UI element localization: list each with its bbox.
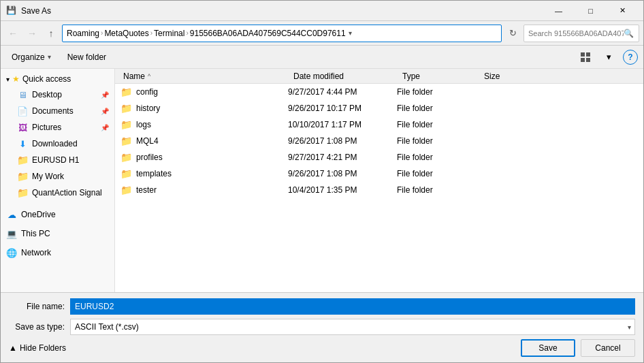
view-button[interactable] [577,48,594,66]
table-row[interactable]: 📁 logs 10/10/2017 1:17 PM File folder [115,116,643,133]
path-segment-3: Terminal › [154,29,190,38]
organize-dropdown-icon: ▾ [48,53,51,61]
up-button[interactable]: ↑ [43,25,59,42]
col-name-header[interactable]: Name ^ [118,69,288,83]
folder-icon: 📁 [120,119,132,130]
folder-icon: 📁 [120,86,132,97]
sidebar-item-pictures[interactable]: 🖼 Pictures 📌 [1,119,114,136]
pictures-pin-icon: 📌 [101,124,109,131]
folder-icon: 📁 [120,152,132,163]
quick-access-label: Quick access [22,74,71,84]
refresh-button[interactable]: ↻ [504,25,521,42]
file-date-cell: 10/10/2017 1:17 PM [288,120,397,129]
file-name-cell: 📁 logs [118,119,288,130]
window-title: Save As [21,6,543,16]
file-name-cell: 📁 tester [118,185,288,195]
sidebar-item-desktop[interactable]: 🖥 Desktop 📌 [1,86,114,103]
file-area: Name ^ Date modified Type Size 📁 config [115,69,643,292]
col-size-header[interactable]: Size [479,69,533,83]
sidebar-item-thispc[interactable]: 💻 This PC [1,225,114,242]
forward-button[interactable]: → [24,25,40,42]
table-row[interactable]: 📁 history 9/26/2017 10:17 PM File folder [115,100,643,116]
path-arrow-3: › [186,29,188,37]
address-path[interactable]: Roaming › MetaQuotes › Terminal › 915566… [62,25,502,42]
sort-arrow: ^ [148,73,150,80]
sidebar-item-network[interactable]: 🌐 Network [1,244,114,261]
file-name-cell: 📁 profiles [118,152,288,163]
organize-label: Organize [12,52,45,62]
col-type-label: Type [402,72,420,81]
sidebar-item-onedrive[interactable]: ☁ OneDrive [1,206,114,223]
col-date-header[interactable]: Date modified [288,69,397,83]
minimize-button[interactable]: — [543,1,574,21]
sidebar-label-quantaction: QuantAction Signal [32,188,102,198]
sidebar-item-quantaction[interactable]: 📁 QuantAction Signal [1,185,114,201]
organize-button[interactable]: Organize ▾ [6,48,57,66]
window-icon: 💾 [6,5,17,16]
filename-input[interactable] [70,298,635,315]
documents-icon: 📄 [17,106,28,116]
path-arrow-1: › [101,29,103,37]
table-row[interactable]: 📁 templates 9/26/2017 1:08 PM File folde… [115,165,643,182]
quick-access-header[interactable]: ▾ ★ Quick access [1,72,114,86]
sidebar-label-thispc: This PC [21,229,50,238]
col-name-label: Name [123,72,145,81]
file-type-cell: File folder [397,153,479,162]
hide-folders-label: Hide Folders [20,343,66,353]
search-icon: 🔍 [624,29,634,38]
sidebar-label-pictures: Pictures [32,123,61,132]
svg-rect-3 [586,58,590,62]
path-segment-4: 915566BA06ADA407569C544CC0D97611 [190,29,346,38]
close-button[interactable]: ✕ [607,1,638,21]
cancel-button[interactable]: Cancel [581,339,635,357]
sidebar-label-downloaded: Downloaded [32,139,78,148]
address-bar: ← → ↑ Roaming › MetaQuotes › Terminal › … [1,21,643,46]
savetype-container: ASCII Text (*.csv) ▾ [70,319,635,335]
downloaded-icon: ⬇ [17,138,28,149]
search-input[interactable] [528,29,624,37]
table-row[interactable]: 📁 tester 10/4/2017 1:35 PM File folder [115,182,643,198]
quantaction-folder-icon: 📁 [17,187,28,198]
file-name-cell: 📁 history [118,103,288,114]
col-type-header[interactable]: Type [397,69,479,83]
desktop-pin-icon: 📌 [101,91,109,99]
help-button[interactable]: ? [623,50,638,65]
view-dropdown-button[interactable]: ▾ [600,48,617,66]
table-row[interactable]: 📁 MQL4 9/26/2017 1:08 PM File folder [115,133,643,149]
file-type-cell: File folder [397,120,479,129]
table-row[interactable]: 📁 config 9/27/2017 4:44 PM File folder [115,84,643,100]
action-buttons: Save Cancel [521,339,635,357]
table-row[interactable]: 📁 profiles 9/27/2017 4:21 PM File folder [115,149,643,165]
path-segment-2: MetaQuotes › [104,29,154,38]
path-label-3: Terminal [154,29,184,38]
hide-folders-link[interactable]: ▲ Hide Folders [9,343,66,353]
thispc-icon: 💻 [6,228,17,239]
sidebar-item-documents[interactable]: 📄 Documents 📌 [1,103,114,119]
new-folder-button[interactable]: New folder [62,48,112,66]
svg-rect-1 [586,52,590,57]
filename-row: File name: [9,298,635,315]
file-name-text: config [136,87,158,97]
file-date-cell: 9/26/2017 1:08 PM [288,169,397,178]
onedrive-icon: ☁ [6,209,17,220]
save-as-dialog: 💾 Save As — □ ✕ ← → ↑ Roaming › MetaQuot… [0,0,644,363]
desktop-icon: 🖥 [17,89,28,100]
savetype-select[interactable]: ASCII Text (*.csv) [70,319,635,335]
file-type-cell: File folder [397,169,479,178]
back-button[interactable]: ← [5,25,21,42]
search-box: 🔍 [524,25,639,42]
network-icon: 🌐 [6,247,17,258]
save-button[interactable]: Save [521,339,575,357]
sidebar-item-downloaded[interactable]: ⬇ Downloaded [1,136,114,152]
maximize-button[interactable]: □ [575,1,606,21]
col-size-label: Size [484,72,500,81]
file-name-text: MQL4 [136,136,159,146]
sidebar-item-mywork[interactable]: 📁 My Work [1,168,114,185]
sidebar-label-onedrive: OneDrive [21,210,56,219]
savetype-row: Save as type: ASCII Text (*.csv) ▾ [9,319,635,335]
path-dropdown-icon[interactable]: ▾ [349,29,352,37]
sidebar-item-eurusd[interactable]: 📁 EURUSD H1 [1,152,114,168]
eurusd-folder-icon: 📁 [17,155,28,165]
title-bar: 💾 Save As — □ ✕ [1,1,643,21]
folder-icon: 📁 [120,103,132,114]
